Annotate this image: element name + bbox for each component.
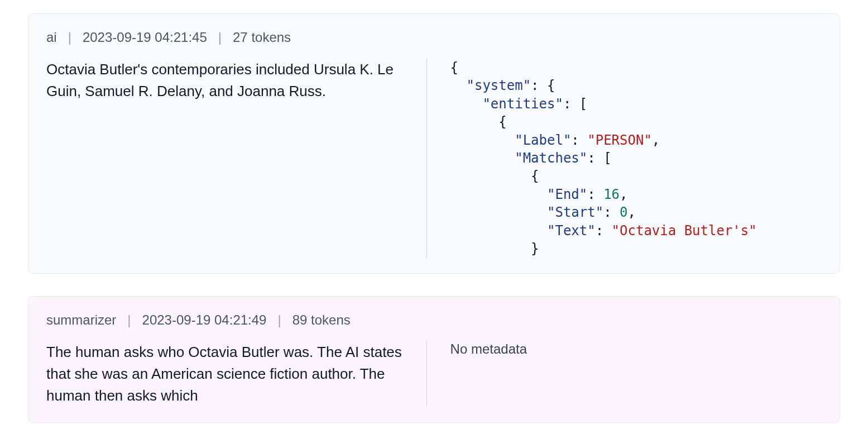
content-row: Octavia Butler's contemporaries included…	[46, 59, 822, 258]
separator: |	[68, 30, 71, 45]
timestamp: 2023-09-19 04:21:49	[142, 312, 267, 328]
metadata-text: No metadata	[426, 341, 822, 407]
separator: |	[127, 312, 131, 328]
content-row: The human asks who Octavia Butler was. T…	[46, 341, 822, 407]
meta-row: ai | 2023-09-19 04:21:45 | 27 tokens	[46, 30, 822, 45]
message-card-summarizer: summarizer | 2023-09-19 04:21:49 | 89 to…	[28, 296, 840, 423]
role-label: summarizer	[46, 312, 116, 328]
meta-row: summarizer | 2023-09-19 04:21:49 | 89 to…	[46, 312, 822, 328]
token-count: 89 tokens	[292, 312, 351, 328]
token-count: 27 tokens	[233, 30, 291, 45]
role-label: ai	[46, 30, 57, 45]
message-card-ai: ai | 2023-09-19 04:21:45 | 27 tokens Oct…	[28, 13, 840, 274]
timestamp: 2023-09-19 04:21:45	[83, 30, 207, 45]
message-text: Octavia Butler's contemporaries included…	[46, 59, 426, 258]
separator: |	[218, 30, 222, 45]
metadata-json: { "system": { "entities": [ { "Label": "…	[426, 59, 822, 258]
separator: |	[277, 312, 281, 328]
message-text: The human asks who Octavia Butler was. T…	[46, 341, 426, 407]
